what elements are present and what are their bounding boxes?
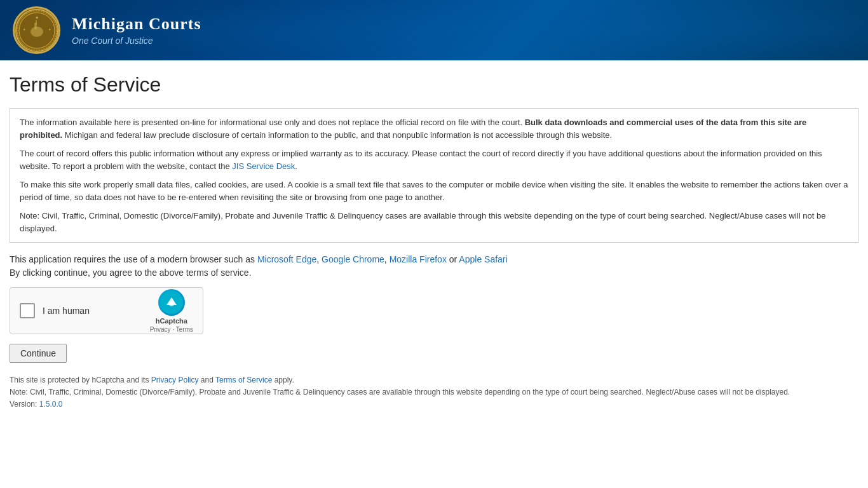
microsoft-edge-link[interactable]: Microsoft Edge (257, 254, 316, 264)
info-paragraph-1: The information available here is presen… (20, 116, 848, 141)
footer-note: Note: Civil, Traffic, Criminal, Domestic… (10, 388, 858, 396)
captcha-label: I am human (43, 306, 90, 316)
footer-protection-text: This site is protected by hCaptcha and i… (10, 376, 858, 384)
svg-point-10 (169, 301, 174, 306)
footer-and: and (198, 376, 215, 384)
browser-pre-text: This application requires the use of a m… (10, 254, 257, 264)
captcha-checkbox[interactable] (20, 303, 35, 318)
captcha-widget[interactable]: I am human hCaptcha Privacy · Terms (10, 287, 203, 334)
footer-tos-link[interactable]: Terms of Service (215, 376, 272, 384)
footer-privacy-policy-link[interactable]: Privacy Policy (151, 376, 199, 384)
svg-text:★: ★ (35, 15, 39, 20)
info-p1-pre: The information available here is presen… (20, 118, 525, 127)
sep2: , (384, 254, 390, 264)
jis-service-desk-link[interactable]: JIS Service Desk (232, 161, 295, 171)
apple-safari-link[interactable]: Apple Safari (459, 254, 507, 264)
footer-version: Version: 1.5.0.0 (10, 400, 858, 409)
sep3: or (447, 254, 459, 264)
sep1: , (316, 254, 322, 264)
site-header: ★ ★ ★ Michigan Courts One Court of Justi… (0, 0, 868, 60)
svg-rect-4 (36, 20, 37, 24)
page-title: Terms of Service (10, 73, 858, 97)
captcha-left: I am human (20, 303, 90, 318)
footer-protection-pre: This site is protected by hCaptcha and i… (10, 376, 151, 384)
info-p1-post: Michigan and federal law preclude disclo… (62, 130, 612, 140)
main-content: Terms of Service The information availab… (0, 60, 868, 421)
captcha-privacy-link[interactable]: Privacy (150, 326, 171, 333)
captcha-right: hCaptcha Privacy · Terms (150, 289, 193, 333)
footer-apply: apply. (272, 376, 294, 384)
info-box: The information available here is presen… (10, 108, 858, 243)
info-p2-post: . (295, 161, 297, 171)
site-subtitle: One Court of Justice (72, 36, 201, 46)
info-paragraph-4: Note: Civil, Traffic, Criminal, Domestic… (20, 210, 848, 234)
google-chrome-link[interactable]: Google Chrome (322, 254, 384, 264)
captcha-brand: hCaptcha (156, 317, 187, 325)
continue-button[interactable]: Continue (10, 344, 67, 363)
footer-version-pre: Version: (10, 400, 39, 409)
agree-text: By clicking continue, you agree to the a… (10, 268, 858, 278)
mozilla-firefox-link[interactable]: Mozilla Firefox (390, 254, 447, 264)
hcaptcha-logo (158, 289, 185, 316)
info-paragraph-3: To make this site work properly small da… (20, 179, 848, 203)
site-title: Michigan Courts (72, 15, 201, 34)
header-text-block: Michigan Courts One Court of Justice (72, 15, 201, 46)
site-logo: ★ ★ ★ (13, 6, 60, 54)
captcha-links: Privacy · Terms (150, 326, 193, 333)
footer-version-link[interactable]: 1.5.0.0 (39, 400, 63, 409)
michigan-seal: ★ ★ ★ (13, 6, 60, 54)
captcha-terms-link[interactable]: Terms (176, 326, 193, 333)
info-p2-pre: The court of record offers this public i… (20, 149, 822, 171)
browser-requirement: This application requires the use of a m… (10, 254, 858, 264)
info-paragraph-2: The court of record offers this public i… (20, 147, 848, 172)
